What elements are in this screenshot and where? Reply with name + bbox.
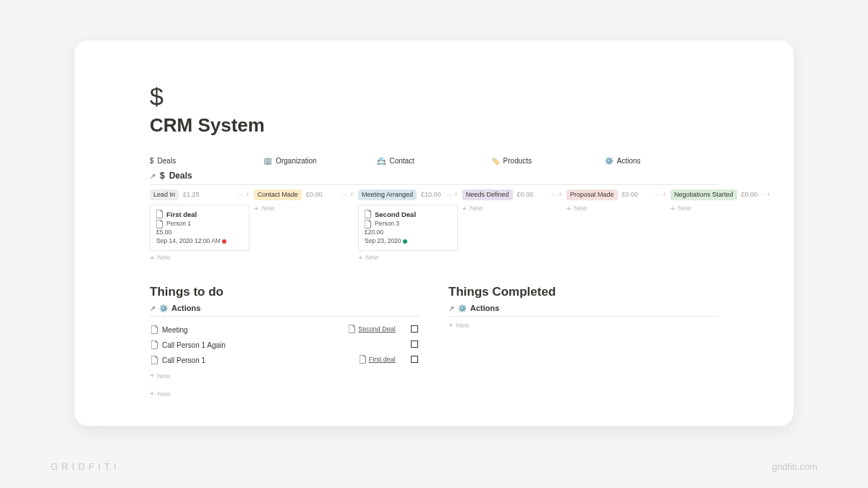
column-new-button[interactable]: +New	[358, 254, 458, 262]
nav-label: Organization	[276, 157, 317, 165]
column-new-button[interactable]: +New	[671, 205, 770, 213]
page-icon	[365, 210, 372, 218]
card-person: Person 1	[166, 220, 191, 228]
plus-icon: +	[150, 390, 154, 398]
open-link-icon: ↗	[150, 172, 156, 180]
column-amount: £0.00	[306, 191, 323, 198]
things-completed-section: Things Completed ↗ ⚙️ Actions + New	[448, 285, 718, 398]
nav-item-organization[interactable]: 🏢 Organization	[263, 157, 377, 165]
actions-view-title: Actions	[171, 304, 200, 312]
watermark-url: gridfiti.com	[772, 461, 817, 472]
plus-icon: +	[566, 205, 571, 213]
column-new-button[interactable]: +New	[150, 254, 250, 262]
done-checkbox[interactable]	[411, 341, 418, 348]
plus-icon: +	[254, 205, 258, 213]
deals-view-title: Deals	[169, 171, 192, 181]
plus-icon: +	[150, 254, 154, 262]
page-icon	[156, 210, 163, 218]
plus-icon: +	[462, 205, 467, 213]
page-title: CRM System	[150, 114, 718, 137]
column-more-button[interactable]: ···	[550, 191, 556, 198]
card-title: Second Deal	[375, 210, 416, 219]
tag-icon: 🏷️	[491, 157, 500, 165]
deals-view-header[interactable]: ↗ $ Deals	[150, 168, 718, 185]
gear-icon: ⚙️	[458, 304, 467, 312]
column-new-button[interactable]: +New	[462, 205, 562, 213]
column-new-button[interactable]: +New	[566, 205, 666, 213]
card-title: First deal	[166, 210, 197, 219]
page-icon	[151, 341, 158, 349]
column-status-tag: Meeting Arranged	[358, 189, 417, 200]
column-add-button[interactable]: +	[767, 191, 770, 198]
deal-card[interactable]: Second DealPerson 3£20.00Sep 23, 2020	[358, 205, 458, 251]
card-date-row: Sep 14, 2020 12:00 AM	[156, 237, 243, 246]
table-row[interactable]: Call Person 1 Again	[151, 338, 418, 351]
column-status-tag: Lead In	[150, 189, 179, 200]
column-new-button[interactable]: +New	[254, 205, 354, 213]
kanban-column: Needs Defined£0.00···++New	[462, 189, 562, 269]
column-add-button[interactable]: +	[454, 191, 458, 198]
card-date-row: Sep 23, 2020	[365, 237, 451, 246]
deal-card[interactable]: First dealPerson 1£5.00Sep 14, 2020 12:0…	[150, 205, 250, 251]
todo-table: MeetingSecond DealCall Person 1 AgainCal…	[150, 321, 420, 369]
nav-item-deals[interactable]: $ Deals	[150, 157, 263, 165]
actions-view-header[interactable]: ↗ ⚙️ Actions	[448, 304, 718, 317]
column-header: Proposal Made£0.00···+	[566, 189, 666, 200]
add-todo-button[interactable]: + New	[150, 372, 420, 380]
actions-view-header[interactable]: ↗ ⚙️ Actions	[150, 304, 420, 317]
column-add-button[interactable]: +	[558, 191, 562, 198]
nav-label: Contact	[389, 157, 414, 165]
nav-item-contact[interactable]: 📇 Contact	[377, 157, 490, 165]
nav-item-actions[interactable]: ⚙️ Actions	[605, 157, 718, 165]
nav-item-products[interactable]: 🏷️ Products	[491, 157, 605, 165]
column-amount: £0.00	[517, 191, 534, 198]
open-link-icon: ↗	[448, 304, 454, 312]
done-checkbox[interactable]	[411, 325, 418, 333]
page-icon	[359, 355, 367, 364]
column-header: Contact Made£0.00···+	[254, 189, 354, 200]
things-completed-heading: Things Completed	[448, 285, 718, 299]
page-emoji-icon: $	[150, 84, 718, 108]
column-status-tag: Needs Defined	[462, 189, 513, 200]
column-amount: £1.25	[183, 191, 200, 198]
page-icon	[156, 220, 163, 228]
card-price: £5.00	[156, 228, 243, 237]
deal-link[interactable]: Second Deal	[349, 325, 396, 333]
gear-icon: ⚙️	[605, 157, 613, 165]
column-add-button[interactable]: +	[246, 191, 250, 198]
column-more-button[interactable]: ···	[237, 191, 243, 198]
column-header: Lead In£1.25···+	[150, 189, 250, 200]
nav-label: Deals	[158, 157, 176, 165]
nav-label: Products	[503, 157, 532, 165]
column-amount: £0.00	[741, 191, 758, 198]
open-link-icon: ↗	[150, 304, 156, 312]
linked-databases-row: $ Deals 🏢 Organization 📇 Contact 🏷️ Prod…	[150, 157, 718, 165]
column-more-button[interactable]: ···	[446, 191, 451, 198]
kanban-column: Lead In£1.25···+First dealPerson 1£5.00S…	[150, 189, 250, 269]
dollar-icon: $	[160, 171, 165, 181]
column-add-button[interactable]: +	[350, 191, 354, 198]
column-more-button[interactable]: ···	[758, 191, 764, 198]
things-to-do-heading: Things to do	[150, 285, 420, 299]
page-icon	[365, 220, 372, 228]
card-icon: 📇	[377, 157, 386, 165]
done-checkbox[interactable]	[411, 356, 418, 363]
card-person: Person 3	[375, 220, 399, 228]
column-more-button[interactable]: ···	[654, 191, 660, 198]
add-todo-button-extra[interactable]: + New	[150, 390, 420, 398]
column-header: Meeting Arranged£10.00···+	[358, 189, 458, 200]
table-row[interactable]: MeetingSecond Deal	[151, 322, 418, 337]
column-add-button[interactable]: +	[663, 191, 666, 198]
kanban-column: Negotiations Started£0.00···++New	[671, 189, 770, 269]
column-more-button[interactable]: ···	[341, 191, 347, 198]
column-status-tag: Proposal Made	[566, 189, 618, 200]
todo-item-name: Call Person 1 Again	[151, 341, 310, 349]
deals-kanban-board: Lead In£1.25···+First dealPerson 1£5.00S…	[150, 189, 718, 269]
table-row[interactable]: Call Person 1First deal	[151, 353, 418, 367]
page-icon	[151, 356, 158, 364]
status-dot-icon	[222, 239, 226, 244]
add-completed-button[interactable]: + New	[448, 321, 718, 329]
kanban-column: Meeting Arranged£10.00···+Second DealPer…	[358, 189, 458, 269]
todo-item-name: Meeting	[151, 325, 310, 334]
deal-link[interactable]: First deal	[359, 355, 396, 364]
